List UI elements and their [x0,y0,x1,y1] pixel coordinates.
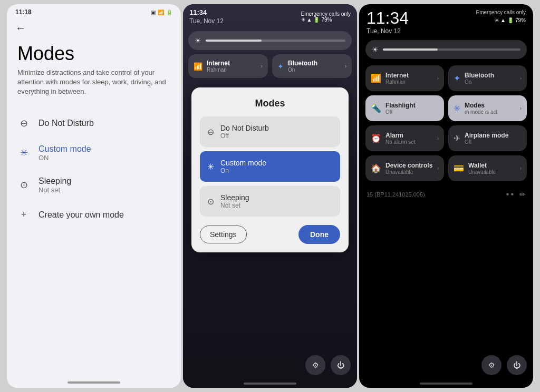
modes-item-sleeping[interactable]: ⊙ Sleeping Not set [11,169,177,201]
s3-modes-name: Modes [465,102,516,109]
s3-icons: ✳ ▲ 🔋 79% [476,17,526,23]
s3-internet-text: Internet Rahman [385,72,433,85]
modal-item-custom[interactable]: ✳ Custom mode On [200,151,340,182]
s3-tile-alarm[interactable]: ⏰ Alarm No alarm set › [365,125,444,151]
qs-tile-internet[interactable]: 📶 Internet Rahman › [188,54,268,78]
screen2-quick-settings-modal: 11:34 Tue, Nov 12 Emergency calls only ✳… [183,4,357,388]
modes-item-create[interactable]: + Create your own mode [11,201,177,229]
screen1-status-icons: ▣ 📶 🔋 [151,9,172,15]
s3-alarm-sub: No alarm set [385,139,433,145]
s3-tile-internet[interactable]: 📶 Internet Rahman › [365,65,444,91]
s3-time: 11:34 [367,9,409,26]
s2-battery-pct: 79% [321,17,332,23]
s3-brightness-icon: ☀ [372,45,379,54]
s3-alarm-chevron: › [437,135,439,141]
screen3-quick-settings-dark: 11:34 Tue, Nov 12 Emergency calls only ✳… [359,4,533,388]
modal-sleeping-sub: Not set [220,202,249,209]
done-button[interactable]: Done [298,225,340,244]
s3-device-chevron: › [437,165,439,171]
s3-airplane-icon: ✈ [454,133,460,143]
modal-item-sleeping[interactable]: ⊙ Sleeping Not set [200,186,340,217]
screenshots-container: 11:18 ▣ 📶 🔋 ← Modes Minimize distraction… [0,0,540,392]
s2-status-icons: ✳ ▲ 🔋 79% [301,17,351,23]
s3-flashlight-name: Flashlight [385,102,439,109]
modal-item-dnd[interactable]: ⊖ Do Not Disturb Off [200,116,340,147]
create-mode-icon: + [17,209,30,221]
s2-date: Tue, Nov 12 [189,17,224,25]
screen1-status-bar: 11:18 ▣ 📶 🔋 [7,4,181,18]
s3-bt-text: Bluetooth On [465,72,516,85]
bluetooth-text: Bluetooth On [288,60,317,73]
screen3-brightness-row[interactable]: ☀ [365,40,527,59]
s3-flashlight-icon: 🔦 [371,103,381,113]
modal-dnd-text: Do Not Disturb Off [220,124,269,140]
modes-item-custom[interactable]: ✳ Custom mode ON [11,137,177,169]
s3-build-dots: •• [506,190,515,199]
wifi-icon: ▣ [151,9,156,15]
custom-mode-icon: ✳ [17,146,30,159]
s3-build-text: 15 (BP11.241025.006) [367,191,425,198]
sleeping-name: Sleeping [38,177,71,186]
brightness-slider-row[interactable]: ☀ [188,31,352,50]
s3-device-icon: 🏠 [371,163,381,173]
s3-flashlight-text: Flashlight Off [385,102,439,115]
back-button[interactable]: ← [7,18,181,38]
screen2-quick-controls: ☀ 📶 Internet Rahman › ✦ Blueto [183,27,357,82]
s3-device-sub: Unavailable [385,169,433,175]
s3-wallet-chevron: › [520,165,522,171]
modal-custom-name: Custom mode [220,159,266,167]
screen3-qs-grid: 📶 Internet Rahman › ✦ Bluetooth On › 🔦 [359,61,533,185]
s3-edit-icon[interactable]: ✏ [519,190,526,199]
dnd-name: Do Not Disturb [38,119,94,128]
screen3-settings-btn[interactable]: ⚙ [481,355,502,375]
modal-dnd-icon: ⊖ [207,127,214,137]
bluetooth-sub: On [288,67,317,73]
s3-tile-modes[interactable]: ✳ Modes m mode is act › [448,95,527,121]
s3-brightness-fill [383,48,438,51]
screen3-power-btn[interactable]: ⏻ [507,355,527,375]
s3-bt-sub: On [465,79,516,85]
custom-mode-text: Custom mode ON [38,144,91,162]
s3-internet-icon: 📶 [371,73,381,83]
s3-flashlight-sub: Off [385,109,439,115]
s3-modes-sub: m mode is act [465,109,516,115]
modal-items-list: ⊖ Do Not Disturb Off ✳ Custom mode On ⊙ [200,116,340,217]
brightness-bar [206,40,345,42]
s3-date: Tue, Nov 12 [367,27,409,35]
s3-internet-name: Internet [385,72,433,79]
s3-airplane-text: Airplane mode Off [465,132,522,145]
s3-tile-device-controls[interactable]: 🏠 Device controls Unavailable › [365,155,444,181]
s3-network-icon: ✳ [495,17,499,23]
modes-item-dnd[interactable]: ⊖ Do Not Disturb [11,110,177,137]
signal-icon: 📶 [158,9,164,15]
s3-airplane-name: Airplane mode [465,132,522,139]
internet-text: Internet Rahman [207,60,230,73]
modes-list: ⊖ Do Not Disturb ✳ Custom mode ON ⊙ Slee… [7,110,181,377]
modal-dnd-sub: Off [220,132,269,140]
settings-button[interactable]: Settings [200,226,247,243]
s2-status-right: Emergency calls only ✳ ▲ 🔋 79% [301,11,351,23]
create-mode-text: Create your own mode [38,210,124,220]
s3-tile-flashlight[interactable]: 🔦 Flashlight Off [365,95,444,121]
s3-device-text: Device controls Unavailable [385,162,433,175]
s2-emergency: Emergency calls only [301,11,351,17]
s3-tile-wallet[interactable]: 💳 Wallet Unavailable › [448,155,527,181]
internet-name: Internet [207,60,230,67]
screen1-time: 11:18 [15,8,32,16]
modal-custom-sub: On [220,167,266,174]
screen2-footer: ⚙ ⏻ [183,351,357,379]
s3-tile-airplane[interactable]: ✈ Airplane mode Off [448,125,527,151]
sleeping-sub: Not set [38,186,71,194]
s3-modes-icon: ✳ [454,103,460,113]
screen3-home-indicator [359,379,533,388]
screen2-power-btn[interactable]: ⏻ [331,355,351,375]
qs-tile-bluetooth[interactable]: ✦ Bluetooth On › [272,54,352,78]
s3-internet-sub: Rahman [385,79,433,85]
bluetooth-chevron: › [345,63,346,69]
s2-battery-icon: 🔋 [313,17,320,23]
screen2-settings-btn[interactable]: ⚙ [305,355,325,375]
s3-internet-chevron: › [437,75,439,81]
screen1-modes-settings: 11:18 ▣ 📶 🔋 ← Modes Minimize distraction… [7,4,181,388]
dnd-text: Do Not Disturb [38,119,94,128]
s3-tile-bluetooth[interactable]: ✦ Bluetooth On › [448,65,527,91]
